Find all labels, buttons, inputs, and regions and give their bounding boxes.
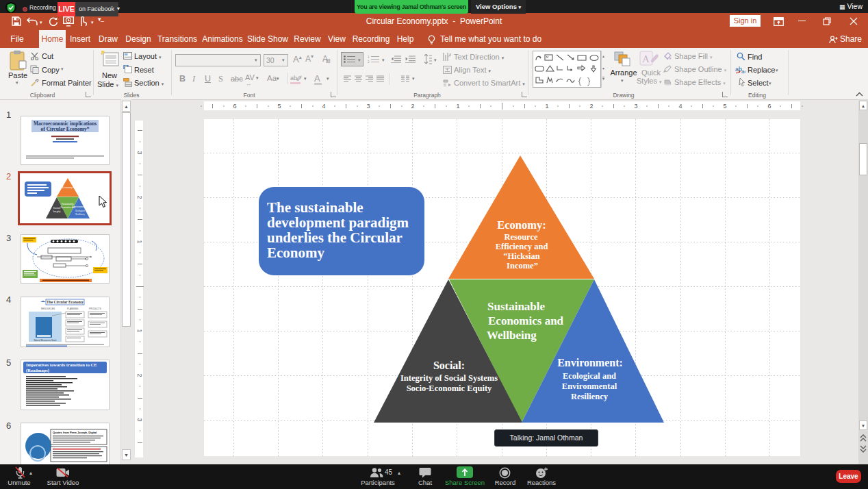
svg-text:Resiliency: Resiliency: [75, 213, 85, 216]
svg-text:Sustainable: Sustainable: [487, 300, 546, 313]
svg-text:The sustainable: The sustainable: [267, 199, 363, 216]
svg-text:3: 3: [634, 103, 637, 110]
svg-text:The Circular Economy: The Circular Economy: [47, 300, 84, 304]
svg-text:2: 2: [136, 373, 143, 377]
svg-text:Environmental: Environmental: [562, 381, 617, 391]
svg-text:2: 2: [136, 195, 143, 199]
svg-text:5: 5: [277, 103, 281, 110]
svg-text:1: 1: [456, 103, 459, 110]
svg-text:Wellbeing: Wellbeing: [487, 329, 537, 342]
svg-text:A: A: [642, 53, 650, 64]
svg-text:3: 3: [136, 418, 143, 421]
svg-text:Socio-Economic Equity: Socio-Economic Equity: [407, 384, 492, 393]
svg-text:3: 3: [136, 151, 143, 154]
svg-text:Resource: Resource: [504, 232, 538, 242]
svg-text:5: 5: [723, 103, 726, 110]
svg-text:4: 4: [322, 103, 325, 110]
svg-text:2: 2: [368, 60, 370, 63]
svg-text:Resiliency: Resiliency: [571, 392, 609, 401]
svg-text:PRODUCTS: PRODUCTS: [89, 308, 101, 310]
svg-text:(Roadmaps): (Roadmaps): [26, 368, 49, 373]
svg-text:6: 6: [233, 103, 236, 110]
svg-text:1: 1: [136, 329, 143, 332]
svg-text:Economy:: Economy:: [62, 186, 73, 189]
svg-text:RESOURCES: RESOURCES: [41, 308, 55, 310]
svg-text:Income”: Income”: [507, 261, 538, 271]
svg-text:Integrity of Social Systems: Integrity of Social Systems: [400, 373, 498, 383]
svg-text:underlies the Circular: underlies the Circular: [267, 229, 403, 246]
svg-text:6: 6: [767, 103, 771, 110]
svg-text:2: 2: [589, 103, 593, 110]
svg-text:“Hicksian: “Hicksian: [503, 251, 540, 261]
svg-text:3: 3: [366, 103, 370, 110]
svg-text:Social:: Social:: [433, 360, 465, 371]
svg-text:Imperatives towards transition: Imperatives towards transition to CE: [26, 362, 97, 367]
svg-text:development paradigm: development paradigm: [267, 214, 409, 231]
svg-text:Economy:: Economy:: [497, 218, 546, 231]
svg-text:1: 1: [136, 240, 143, 243]
svg-text:Environment:: Environment:: [72, 205, 87, 208]
svg-text:Efficiency and: Efficiency and: [496, 242, 548, 251]
svg-text:Natural Resources Stock: Natural Resources Stock: [34, 339, 57, 342]
svg-text:PLANNING: PLANNING: [67, 308, 79, 310]
svg-text:of Circular Economy*: of Circular Economy*: [41, 126, 90, 132]
svg-text:ac: ac: [741, 68, 745, 73]
svg-text:Quotes from Prem Joseph, Digit: Quotes from Prem Joseph, Digital: [53, 431, 97, 434]
svg-text:Environment:: Environment:: [557, 357, 623, 368]
svg-text:Economy: Economy: [267, 244, 325, 261]
svg-text:Integrity: Integrity: [53, 210, 61, 213]
svg-text:1: 1: [545, 103, 548, 110]
svg-text:Social:: Social:: [53, 206, 60, 210]
svg-text:A: A: [448, 53, 451, 58]
svg-text:1: 1: [368, 55, 370, 59]
svg-text:2: 2: [411, 103, 414, 110]
svg-text:Ecological and: Ecological and: [563, 371, 616, 381]
svg-text:Economics and: Economics and: [488, 314, 564, 327]
svg-text:Ecological: Ecological: [75, 210, 85, 212]
svg-text:4: 4: [678, 103, 682, 110]
